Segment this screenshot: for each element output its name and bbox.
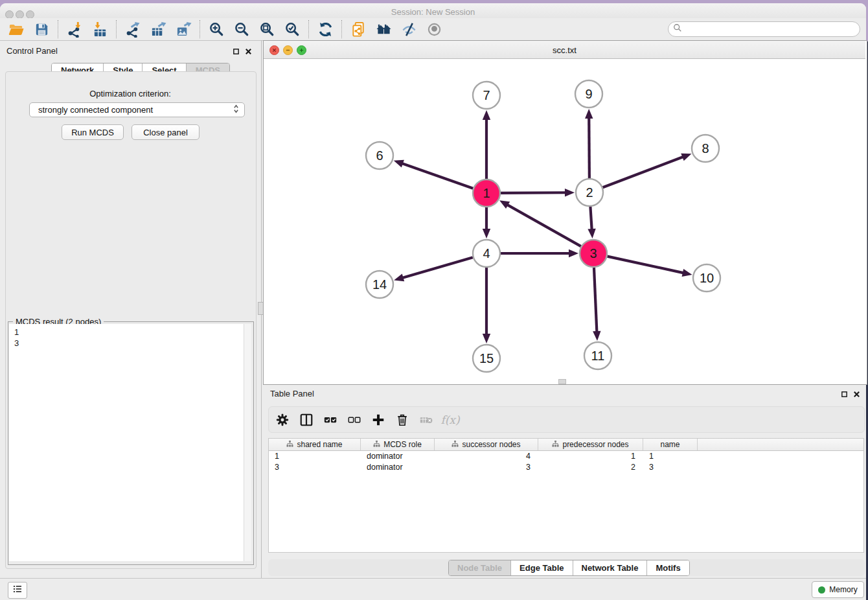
zoom-selected-icon[interactable]	[284, 21, 301, 38]
network-canvas[interactable]: 7968124314101511	[264, 59, 866, 383]
open-network-doc-icon[interactable]	[350, 21, 367, 38]
edge-2-9[interactable]	[589, 117, 589, 178]
table-body: 1dominator4113dominator323	[269, 451, 863, 473]
table-cell[interactable]: 1	[269, 451, 361, 462]
table-cell[interactable]: dominator	[361, 451, 435, 462]
import-table-icon[interactable]	[91, 21, 108, 38]
edge-3-1[interactable]	[507, 205, 580, 247]
toolbar-group	[0, 18, 58, 40]
show-panel-eye-icon[interactable]	[426, 21, 442, 38]
edge-arrowhead	[593, 331, 600, 341]
toolbar-group	[309, 18, 341, 40]
graph-node-label: 2	[586, 185, 593, 200]
edge-2-3[interactable]	[590, 207, 591, 230]
criterion-dropdown-value: strongly connected component	[38, 105, 153, 115]
table-row[interactable]: 3dominator323	[269, 462, 863, 473]
toolbar-group	[342, 18, 450, 40]
toolbar-group	[58, 18, 116, 40]
network-window-titlebar: scc.txt	[264, 41, 865, 59]
edge-arrowhead	[394, 273, 404, 281]
edge-arrowhead	[588, 229, 595, 238]
run-mcds-button[interactable]: Run MCDS	[62, 124, 124, 140]
search-field[interactable]	[668, 21, 860, 37]
control-panel-float-icon[interactable]	[232, 47, 240, 55]
column-label: MCDS role	[383, 440, 422, 449]
edge-arrowhead	[483, 110, 490, 120]
column-label: successor nodes	[462, 440, 520, 449]
search-input[interactable]	[685, 23, 860, 36]
graph-node-label: 1	[483, 186, 490, 200]
tab-node-table[interactable]: Node Table	[449, 560, 511, 575]
graph-node-label: 11	[591, 349, 605, 363]
column-header-shared-name[interactable]: shared name	[269, 439, 361, 450]
network-view-window: scc.txt 7968124314101511	[263, 40, 867, 385]
table-cell[interactable]: 3	[643, 462, 698, 473]
toolbar-group	[117, 18, 200, 40]
status-bar	[0, 578, 866, 600]
table-cell[interactable]: 1	[538, 451, 643, 462]
settings-icon[interactable]	[275, 412, 290, 428]
graph-node-label: 10	[700, 271, 714, 285]
optimization-criterion-label: Optimization criterion:	[5, 89, 255, 98]
edge-1-6[interactable]	[402, 163, 473, 189]
table-panel-float-icon[interactable]	[840, 390, 848, 398]
export-network-icon[interactable]	[124, 21, 141, 38]
export-image-icon[interactable]	[175, 21, 192, 38]
table-row[interactable]: 1dominator411	[269, 451, 863, 462]
memory-button[interactable]: Memory	[812, 581, 864, 598]
zoom-out-icon[interactable]	[233, 21, 250, 38]
edge-arrowhead	[681, 154, 691, 161]
memory-status-icon	[818, 586, 825, 594]
network-bottom-splitter-grip[interactable]	[558, 379, 566, 384]
graph-node-label: 6	[376, 148, 383, 163]
column-header-MCDS-role[interactable]: MCDS role	[361, 439, 435, 450]
delete-icon[interactable]	[394, 412, 410, 428]
sort-hierarchy-icon	[373, 440, 380, 449]
table-cell[interactable]: dominator	[361, 462, 435, 473]
edge-arrowhead	[565, 189, 575, 196]
mcds-result-textarea[interactable]: 1 3	[9, 324, 251, 561]
add-icon[interactable]	[371, 412, 386, 428]
edge-3-11[interactable]	[594, 268, 597, 332]
result-scrollbar[interactable]	[244, 324, 251, 561]
refresh-icon[interactable]	[317, 21, 334, 38]
graph-node-label: 15	[479, 351, 494, 365]
import-network-icon[interactable]	[66, 21, 83, 38]
column-header-predecessor-nodes[interactable]: predecessor nodes	[538, 439, 643, 450]
table-cell[interactable]: 3	[269, 462, 361, 473]
edge-3-10[interactable]	[607, 257, 683, 273]
criterion-dropdown[interactable]: strongly connected component	[29, 102, 245, 117]
open-session-icon[interactable]	[8, 21, 25, 38]
tab-motifs[interactable]: Motifs	[647, 560, 689, 575]
export-table-icon[interactable]	[150, 21, 166, 38]
column-header-name[interactable]: name	[643, 439, 698, 450]
table-cell[interactable]: 2	[538, 462, 643, 473]
task-history-button[interactable]	[8, 582, 27, 599]
edge-2-8[interactable]	[603, 157, 684, 187]
graph-node-label: 8	[702, 141, 709, 156]
clear-selection-icon[interactable]	[347, 412, 362, 428]
zoom-in-icon[interactable]	[208, 21, 225, 38]
edge-1-2[interactable]	[501, 192, 566, 193]
table-panel-close-icon[interactable]	[852, 390, 860, 398]
tab-edge-table[interactable]: Edge Table	[511, 560, 573, 575]
close-panel-button[interactable]: Close panel	[131, 124, 200, 140]
edge-4-14[interactable]	[402, 257, 473, 278]
save-session-icon[interactable]	[33, 21, 50, 38]
list-icon	[12, 583, 23, 597]
tab-network-table[interactable]: Network Table	[573, 560, 648, 575]
select-all-icon[interactable]	[323, 412, 338, 428]
table-cell[interactable]: 4	[435, 451, 538, 462]
network-window-title: scc.txt	[264, 45, 865, 55]
table-cell[interactable]: 1	[643, 451, 698, 462]
control-panel-close-icon[interactable]	[244, 47, 252, 55]
hide-panel-eye-icon[interactable]	[400, 21, 417, 38]
column-header-successor-nodes[interactable]: successor nodes	[435, 439, 538, 450]
home-view-icon[interactable]	[375, 21, 392, 38]
zoom-fit-icon[interactable]	[258, 21, 275, 38]
edge-arrowhead	[682, 269, 692, 277]
column-label: shared name	[297, 440, 342, 449]
split-panel-icon[interactable]	[299, 412, 314, 428]
table-cell[interactable]: 3	[435, 462, 538, 473]
table-header-row: shared nameMCDS rolesuccessor nodesprede…	[269, 439, 863, 451]
